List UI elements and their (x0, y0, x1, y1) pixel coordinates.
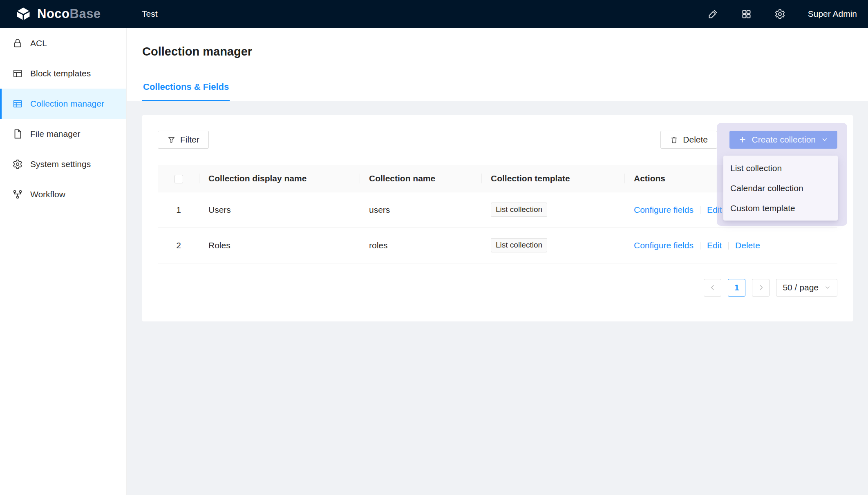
logo-text: NocoBase (37, 7, 101, 21)
trash-icon (670, 136, 678, 144)
plus-icon (738, 136, 747, 144)
content-area: Filter Delete (127, 101, 868, 321)
template-tag: List collection (491, 238, 547, 252)
template-tag: List collection (491, 203, 547, 217)
page-size-value: 50 / page (783, 283, 819, 292)
collections-card: Filter Delete (142, 115, 853, 321)
nocobase-logo-icon (16, 6, 31, 22)
workflow-icon (12, 189, 23, 200)
logo-text-light: Base (70, 7, 101, 21)
tab-collections-and-fields[interactable]: Collections & Fields (142, 82, 230, 101)
column-header-name: Collection name (360, 165, 482, 192)
chevron-right-icon (757, 284, 765, 291)
row-index-cell[interactable]: 1 (158, 192, 199, 227)
action-divider (728, 242, 729, 250)
menu-item-custom-template[interactable]: Custom template (723, 198, 838, 218)
display-name-cell: Roles (199, 227, 360, 263)
chevron-down-icon (821, 136, 828, 143)
nav-item-test[interactable]: Test (140, 6, 159, 22)
sidebar-item-label: Collection manager (30, 99, 104, 109)
column-header-template: Collection template (482, 165, 625, 192)
pagination-prev-button[interactable] (704, 279, 721, 297)
nocobase-logo[interactable]: NocoBase (0, 6, 127, 22)
configure-fields-link[interactable]: Configure fields (634, 241, 694, 250)
name-cell: users (360, 192, 482, 227)
top-menu: Test (140, 9, 159, 19)
table-icon (12, 98, 23, 109)
display-name-cell: Users (199, 192, 360, 227)
column-header-display-name: Collection display name (199, 165, 360, 192)
filter-funnel-icon (167, 136, 176, 144)
chevron-left-icon (709, 284, 716, 291)
template-cell: List collection (482, 227, 625, 263)
row-index-cell[interactable]: 2 (158, 227, 199, 263)
ui-editor-pen-icon[interactable] (707, 9, 718, 20)
layout-icon (12, 68, 23, 79)
sidebar-item-block-templates[interactable]: Block templates (0, 58, 126, 89)
pagination-next-button[interactable] (752, 279, 770, 297)
filter-button[interactable]: Filter (158, 131, 209, 149)
sidebar-item-label: Workflow (30, 190, 65, 199)
filter-button-label: Filter (180, 135, 199, 145)
configure-fields-link[interactable]: Configure fields (634, 205, 694, 214)
page-title: Collection manager (142, 28, 868, 58)
menu-item-list-collection[interactable]: List collection (723, 158, 838, 178)
tabs-bar: Collections & Fields (142, 82, 230, 101)
table-row: 2 Roles roles List collection Configure … (158, 227, 837, 263)
create-collection-label: Create collection (752, 135, 816, 145)
menu-item-calendar-collection[interactable]: Calendar collection (723, 178, 838, 198)
create-collection-dropdown: List collection Calendar collection Cust… (723, 156, 838, 221)
delete-link[interactable]: Delete (735, 241, 760, 250)
gear-icon (12, 159, 23, 169)
settings-sidebar: ACL Block templates Collection manager F… (0, 28, 127, 495)
template-cell: List collection (482, 192, 625, 227)
action-divider (700, 206, 700, 214)
edit-link[interactable]: Edit (707, 241, 722, 250)
edit-link[interactable]: Edit (707, 205, 722, 214)
settings-gear-icon[interactable] (774, 9, 785, 20)
create-collection-button[interactable]: Create collection (729, 131, 837, 149)
sidebar-item-file-manager[interactable]: File manager (0, 119, 126, 149)
sidebar-item-collection-manager[interactable]: Collection manager (0, 89, 126, 119)
lock-icon (12, 38, 23, 49)
select-all-checkbox[interactable] (174, 175, 183, 183)
plugins-grid-icon[interactable] (741, 9, 752, 20)
sidebar-item-label: System settings (30, 159, 91, 169)
topbar-actions: Super Admin (707, 9, 868, 20)
sidebar-item-system-settings[interactable]: System settings (0, 149, 126, 179)
actions-cell: Configure fieldsEditDelete (625, 227, 837, 263)
delete-button[interactable]: Delete (660, 131, 717, 149)
logo-text-bold: Noco (37, 7, 70, 21)
file-icon (12, 129, 23, 139)
pagination: 1 50 / page (158, 279, 837, 297)
sidebar-item-workflow[interactable]: Workflow (0, 179, 126, 210)
chevron-down-icon (824, 284, 831, 291)
page-header: Collection manager Collections & Fields (127, 28, 868, 101)
page-size-select[interactable]: 50 / page (776, 279, 837, 297)
sidebar-item-acl[interactable]: ACL (0, 28, 126, 58)
sidebar-item-label: Block templates (30, 69, 91, 78)
sidebar-item-label: File manager (30, 129, 81, 139)
delete-button-label: Delete (683, 135, 708, 145)
pagination-page-1[interactable]: 1 (728, 279, 745, 297)
current-user[interactable]: Super Admin (808, 9, 857, 19)
select-all-header-cell (158, 165, 199, 192)
sidebar-item-label: ACL (30, 38, 47, 48)
name-cell: roles (360, 227, 482, 263)
action-divider (700, 242, 700, 250)
top-navbar: NocoBase Test Super Admin (0, 0, 868, 28)
main-area: Collection manager Collections & Fields … (127, 28, 868, 495)
